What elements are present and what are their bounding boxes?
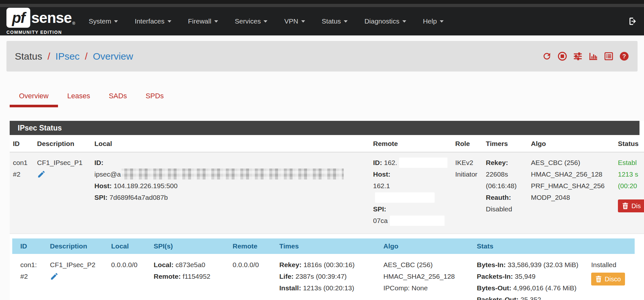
sliders-icon[interactable] (573, 51, 583, 61)
col-header-status: Status (615, 135, 644, 152)
refresh-icon[interactable] (542, 51, 552, 61)
chevron-down-icon (402, 20, 406, 23)
sign-out-icon[interactable] (628, 16, 638, 26)
cell-spis: Local:c873e5a0 Remote:f1154952 (150, 254, 229, 300)
col-header-stats: Stats (474, 242, 588, 250)
col-header-local: Local (108, 242, 150, 250)
breadcrumb-separator: / (82, 51, 90, 62)
bar-chart-icon[interactable] (588, 51, 598, 61)
logo-pf-box: pf (6, 8, 30, 28)
col-header-id: ID (12, 242, 47, 250)
logo-sense-text: sense (31, 9, 72, 26)
menu-item-help[interactable]: Help (415, 17, 452, 25)
col-header-id: ID (10, 135, 34, 152)
col-header-remote: Remote (370, 135, 452, 152)
cell-remote: 0.0.0.0/0 (229, 254, 276, 300)
cell-stats: Bytes-In:33,586,939 (32.03 MiB) Packets-… (474, 254, 588, 300)
cell-algo: AES_CBC (256) HMAC_SHA2_256_128 IPComp: … (380, 254, 474, 300)
status-installed: Installed (591, 261, 616, 268)
tab-spds[interactable]: SPDs (136, 87, 173, 107)
trash-icon (622, 202, 629, 209)
col-header-algo: Algo (528, 135, 615, 152)
col-header-role: Role (452, 135, 483, 152)
breadcrumb-bar: Status / IPsec / Overview (6, 41, 638, 72)
svg-text:?: ? (622, 53, 626, 60)
chevron-down-icon (440, 20, 444, 23)
cell-role: IKEv2 Initiator (452, 152, 483, 234)
status-established: Establ (618, 159, 637, 166)
disconnect-button[interactable]: Disco (591, 273, 625, 285)
cell-status: Establ 1213 s (00:20 Dis (615, 152, 644, 234)
logo-registered-mark: ® (72, 21, 75, 26)
main-menu: System Interfaces Firewall Services VPN … (80, 17, 452, 25)
cell-local: 0.0.0.0/0 (108, 254, 150, 300)
cell-local: ID: ipsec@a Host:104.189.226.195:500 SPI… (91, 152, 370, 234)
ipsec-tabs: Overview Leases SADs SPDs (10, 87, 638, 107)
col-header-spis: SPI(s) (150, 242, 229, 250)
breadcrumb: Status / IPsec / Overview (15, 51, 133, 62)
col-header-times: Times (276, 242, 380, 250)
menu-item-services[interactable]: Services (226, 17, 276, 25)
breadcrumb-link-ipsec[interactable]: IPsec (55, 51, 80, 62)
breadcrumb-link-overview[interactable]: Overview (93, 51, 133, 62)
col-header-local: Local (91, 135, 370, 152)
edit-icon[interactable] (50, 272, 59, 284)
menu-item-system[interactable]: System (80, 17, 126, 25)
cell-id: con1: #2 (12, 254, 47, 300)
col-header-algo: Algo (380, 242, 474, 250)
cell-timers: Rekey: 22608s (06:16:48) Reauth: Disable… (483, 152, 528, 234)
stop-icon[interactable] (557, 51, 567, 61)
child-table-header: ID Description Local SPI(s) Remote Times… (12, 238, 635, 254)
menu-item-diagnostics[interactable]: Diagnostics (356, 17, 415, 25)
chevron-down-icon (264, 20, 267, 23)
child-table-wrap: ID Description Local SPI(s) Remote Times… (10, 234, 644, 300)
menu-item-firewall[interactable]: Firewall (180, 17, 226, 25)
cell-remote: ID:162. Host: 162.1 SPI: 07ca (370, 152, 452, 234)
chevron-down-icon (114, 20, 118, 23)
chevron-down-icon (344, 20, 348, 23)
ipsec-status-panel: IPsec Status ID Description Local Remote… (10, 121, 644, 300)
menu-item-status[interactable]: Status (313, 17, 356, 25)
redacted-block (399, 158, 447, 168)
cell-times: Rekey:1816s (00:30:16) Life:2387s (00:39… (276, 254, 380, 300)
col-header-description: Description (34, 135, 91, 152)
tab-sads[interactable]: SADs (100, 87, 136, 107)
cell-algo: AES_CBC (256) HMAC_SHA2_256_128 PRF_HMAC… (528, 152, 615, 234)
redacted-block (390, 216, 445, 226)
pfsense-logo[interactable]: pf sense ® COMMUNITY EDITION (6, 8, 75, 35)
cell-id: con1 #2 (10, 152, 34, 234)
top-navbar: pf sense ® COMMUNITY EDITION System Inte… (0, 7, 644, 35)
panel-title: IPsec Status (10, 121, 639, 135)
redacted-block (375, 192, 435, 203)
child-table-row: con1: #2 CF1_IPsec_P2 0.0.0.0/0 Local:c8… (12, 254, 644, 300)
help-icon[interactable]: ? (619, 51, 629, 61)
logo-pf-text: pf (12, 9, 24, 26)
logo-subtitle: COMMUNITY EDITION (6, 30, 75, 35)
edit-icon[interactable] (37, 170, 46, 182)
chevron-down-icon (301, 20, 305, 23)
ike-table-header: ID Description Local Remote Role Timers … (10, 135, 644, 152)
ike-table-row: con1 #2 CF1_IPsec_P1 ID: ipsec@a Host:10… (10, 152, 644, 234)
disconnect-button[interactable]: Dis (618, 199, 644, 212)
top-edge-strip (0, 0, 644, 4)
col-header-remote: Remote (229, 242, 276, 250)
col-header-description: Description (47, 242, 108, 250)
breadcrumb-actions: ? (542, 51, 629, 61)
chevron-down-icon (168, 20, 171, 23)
cell-description: CF1_IPsec_P1 (34, 152, 91, 234)
list-icon[interactable] (604, 51, 614, 61)
cell-description: CF1_IPsec_P2 (47, 254, 108, 300)
trash-icon (595, 276, 602, 283)
tab-leases[interactable]: Leases (58, 87, 100, 107)
redacted-block (121, 169, 344, 179)
menu-item-vpn[interactable]: VPN (276, 17, 313, 25)
cell-status: Installed Disco (588, 254, 644, 300)
breadcrumb-section: Status (15, 51, 42, 62)
chevron-down-icon (214, 20, 218, 23)
top-edge-strip-2 (0, 4, 644, 7)
breadcrumb-separator: / (45, 51, 53, 62)
col-header-timers: Timers (483, 135, 528, 152)
menu-item-interfaces[interactable]: Interfaces (126, 17, 179, 25)
tab-overview[interactable]: Overview (10, 87, 58, 107)
